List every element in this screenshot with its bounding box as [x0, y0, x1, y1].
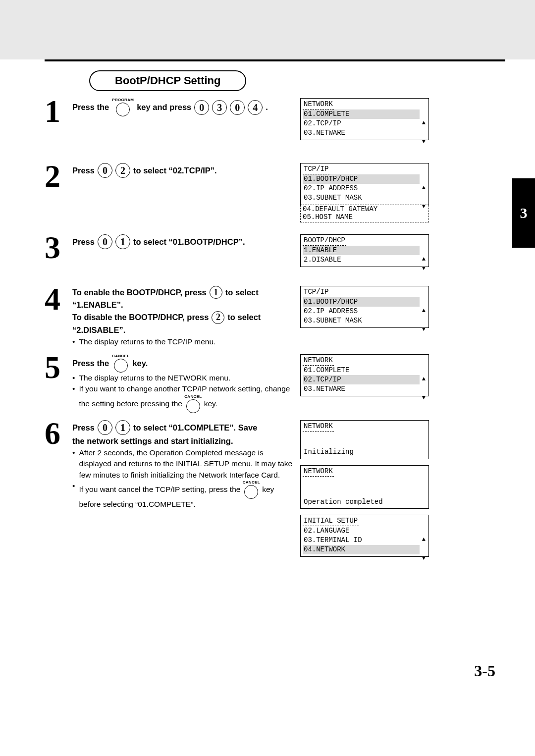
text: To disable the BOOTP/DHCP, press	[72, 311, 209, 324]
text: Press the	[72, 357, 109, 370]
lcd-panel-initializing: NETWORK Initializing	[300, 420, 429, 459]
text: the network settings and start initializ…	[72, 435, 294, 447]
key-label-cancel: CANCEL	[112, 354, 129, 358]
lcd-panel-tcpip-overflow: 04.DEFAULT GATEWAY 05.HOST NAME	[300, 205, 429, 222]
digit-key-0: 0	[230, 100, 245, 115]
cancel-key-icon	[114, 359, 128, 373]
step-4: 4 To enable the BOOTP/DHCP, press 1 to s…	[45, 286, 505, 347]
lcd-panel-network: NETWORK 01.COMPLETE▲ 02.TCP/IP 03.NETWAR…	[300, 98, 429, 140]
text: key.	[132, 357, 148, 370]
lcd-panel-bootpdhcp: BOOTP/DHCP 1.ENABLE▲ 2.DISABLE ▼	[300, 234, 429, 267]
lcd-panel-tcpip: TCP/IP 01.BOOTP/DHCP▲ 02.IP ADDRESS 03.S…	[300, 163, 429, 205]
step-1: 1 Press the PROGRAM key and press 0 3 0 …	[45, 98, 505, 156]
text: to select	[225, 286, 259, 299]
step-number: 1	[45, 98, 72, 125]
text: to select	[227, 311, 261, 324]
digit-key-1: 1	[115, 234, 130, 249]
step-6: 6 Press 0 1 to select “01.COMPLETE”. Sav…	[45, 420, 505, 563]
key-label-cancel: CANCEL	[184, 395, 202, 399]
digit-key-1: 1	[115, 420, 130, 435]
digit-key-0: 0	[98, 163, 112, 178]
note-text: key.	[204, 399, 217, 408]
text: To enable the BOOTP/DHCP, press	[72, 286, 207, 299]
text: Press	[72, 236, 95, 248]
text: Press the	[72, 101, 109, 113]
key-label-cancel: CANCEL	[243, 481, 260, 485]
page-number: 3-5	[45, 662, 505, 680]
digit-key-0: 0	[98, 234, 112, 249]
section-title: BootP/DHCP Setting	[89, 70, 246, 91]
step-number: 6	[45, 420, 72, 447]
lcd-panel-network-return: NETWORK 01.COMPLETE▲ 02.TCP/IP 03.NETWAR…	[300, 354, 429, 396]
step-number: 5	[45, 354, 72, 381]
text: .	[266, 101, 268, 113]
text: key and press	[137, 101, 191, 113]
digit-key-2: 2	[115, 163, 130, 178]
text: Press	[72, 422, 95, 434]
note-text: The display returns to the NETWORK menu.	[79, 373, 230, 383]
cancel-key-icon	[186, 399, 200, 413]
digit-key-2: 2	[212, 311, 224, 324]
step-3: 3 Press 0 1 to select “01.BOOTP/DHCP”. B…	[45, 234, 505, 279]
step-number: 3	[45, 234, 72, 261]
text: “1.ENABLE”.	[72, 299, 294, 311]
text: to select “01.COMPLETE”. Save	[133, 422, 257, 434]
text: “2.DISABLE”.	[72, 324, 294, 336]
lcd-panel-completed: NETWORK Operation completed	[300, 465, 429, 509]
chapter-tab: 3	[512, 178, 535, 248]
cancel-key-icon	[244, 485, 258, 499]
key-label-program: PROGRAM	[112, 98, 134, 102]
digit-key-0: 0	[98, 420, 112, 435]
lcd-panel-tcpip-return: TCP/IP 01.BOOTP/DHCP▲ 02.IP ADDRESS 03.S…	[300, 286, 429, 328]
divider	[45, 59, 505, 61]
text: to select “01.BOOTP/DHCP”.	[133, 236, 245, 248]
note-text: If you want cancel the TCP/IP setting, p…	[79, 485, 240, 493]
step-number: 2	[45, 163, 72, 190]
program-key-icon	[116, 103, 130, 116]
step-5: 5 Press the CANCEL key. The display retu…	[45, 354, 505, 413]
note-text: The display returns to the TCP/IP menu.	[79, 336, 215, 347]
digit-key-3: 3	[212, 100, 227, 115]
digit-key-1: 1	[210, 286, 222, 299]
page-header-band	[0, 0, 535, 59]
digit-key-4: 4	[248, 100, 263, 115]
note-text: After 2 seconds, the Operation Completed…	[79, 447, 294, 481]
step-2: 2 Press 0 2 to select “02.TCP/IP”. TCP/I…	[45, 163, 505, 227]
digit-key-0: 0	[194, 100, 209, 115]
lcd-panel-initial-setup: INITIAL SETUP 02.LANGUAGE▲ 03.TERMINAL I…	[300, 515, 429, 557]
text: to select “02.TCP/IP”.	[133, 164, 217, 177]
step-number: 4	[45, 286, 72, 313]
text: Press	[72, 164, 95, 177]
